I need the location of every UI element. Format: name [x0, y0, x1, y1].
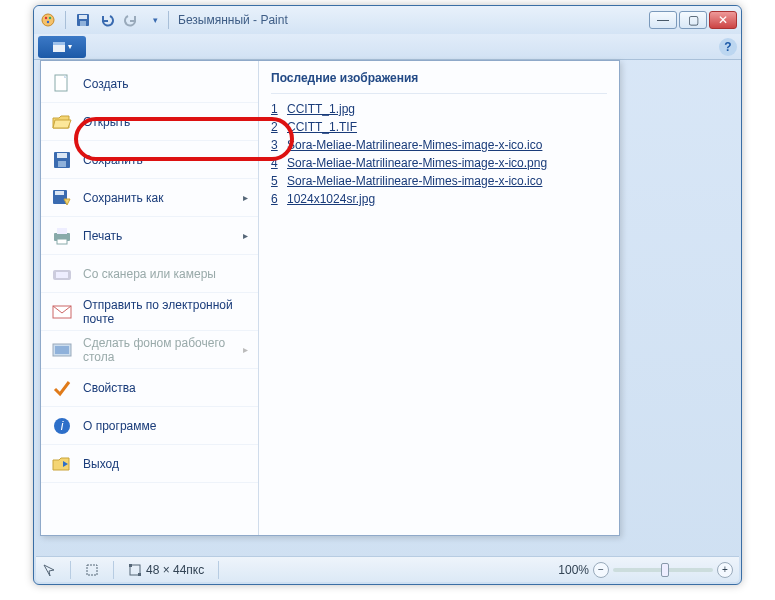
menu-new-label: Создать	[83, 77, 248, 91]
recent-item[interactable]: 61024x1024sr.jpg	[271, 190, 607, 208]
svg-rect-28	[138, 573, 141, 576]
zoom-level-text: 100%	[558, 563, 589, 577]
canvas-size-icon	[128, 563, 142, 577]
file-menu-column: Создать Открыть Сохранить Сохранить как …	[41, 61, 259, 535]
redo-icon[interactable]	[121, 10, 141, 30]
undo-icon[interactable]	[97, 10, 117, 30]
zoom-cell: 100% − +	[558, 562, 733, 578]
minimize-button[interactable]: —	[649, 11, 677, 29]
window-title: Безымянный - Paint	[178, 13, 288, 27]
svg-point-0	[42, 14, 54, 26]
recent-list: 1CCITT_1.jpg 2CCITT_1.TIF 3Sora-Meliae-M…	[271, 94, 607, 208]
qat-dropdown-icon[interactable]: ▾	[145, 10, 165, 30]
zoom-slider-thumb[interactable]	[661, 563, 669, 577]
ribbon: ▾ ?	[34, 34, 741, 60]
window-controls: — ▢ ✕	[649, 11, 737, 29]
menu-print[interactable]: Печать ▸	[41, 217, 258, 255]
recent-item[interactable]: 2CCITT_1.TIF	[271, 118, 607, 136]
svg-rect-22	[55, 346, 69, 354]
menu-from-scanner-label: Со сканера или камеры	[83, 267, 248, 281]
svg-point-2	[49, 17, 51, 19]
svg-text:i: i	[61, 419, 64, 433]
menu-from-scanner: Со сканера или камеры	[41, 255, 258, 293]
svg-rect-8	[53, 42, 65, 45]
menu-set-wallpaper: Сделать фоном рабочего стола ▸	[41, 331, 258, 369]
recent-item[interactable]: 5Sora-Meliae-Matrilineare-Mimes-image-x-…	[271, 172, 607, 190]
selection-icon	[85, 563, 99, 577]
svg-point-3	[47, 21, 49, 23]
menu-new[interactable]: Создать	[41, 65, 258, 103]
chevron-right-icon: ▸	[243, 344, 248, 355]
menu-save-label: Сохранить	[83, 153, 248, 167]
menu-open-label: Открыть	[83, 115, 248, 129]
menu-exit-label: Выход	[83, 457, 248, 471]
statusbar: 48 × 44пкс 100% − +	[36, 556, 739, 582]
svg-rect-5	[79, 15, 87, 19]
svg-rect-11	[57, 153, 67, 158]
cursor-icon	[42, 563, 56, 577]
zoom-slider[interactable]	[613, 568, 713, 572]
chevron-right-icon: ▸	[243, 230, 248, 241]
menu-send-email-label: Отправить по электронной почте	[83, 298, 248, 326]
svg-rect-17	[57, 239, 67, 244]
menu-about-label: О программе	[83, 419, 248, 433]
menu-save-as[interactable]: Сохранить как ▸	[41, 179, 258, 217]
close-button[interactable]: ✕	[709, 11, 737, 29]
svg-rect-16	[57, 228, 67, 234]
menu-save[interactable]: Сохранить	[41, 141, 258, 179]
help-icon[interactable]: ?	[719, 38, 737, 56]
app-icon[interactable]	[38, 10, 58, 30]
menu-properties-label: Свойства	[83, 381, 248, 395]
open-folder-icon	[51, 111, 73, 133]
zoom-out-button[interactable]: −	[593, 562, 609, 578]
svg-rect-14	[55, 191, 64, 195]
chevron-right-icon: ▸	[243, 192, 248, 203]
menu-send-email[interactable]: Отправить по электронной почте	[41, 293, 258, 331]
svg-rect-12	[58, 161, 66, 167]
exit-icon	[51, 453, 73, 475]
canvas-size-cell: 48 × 44пкс	[128, 563, 204, 577]
titlebar: ▾ Безымянный - Paint — ▢ ✕	[34, 6, 741, 34]
scanner-icon	[51, 263, 73, 285]
checkmark-icon	[51, 377, 73, 399]
email-icon	[51, 301, 73, 323]
svg-point-1	[45, 17, 47, 19]
info-icon: i	[51, 415, 73, 437]
file-tab[interactable]: ▾	[38, 36, 86, 58]
file-tab-icon	[52, 41, 66, 53]
menu-open[interactable]: Открыть	[41, 103, 258, 141]
menu-exit[interactable]: Выход	[41, 445, 258, 483]
svg-rect-25	[87, 565, 97, 575]
recent-item[interactable]: 1CCITT_1.jpg	[271, 100, 607, 118]
recent-files-panel: Последние изображения 1CCITT_1.jpg 2CCIT…	[259, 61, 619, 535]
cursor-position-cell	[42, 563, 56, 577]
svg-rect-6	[80, 21, 86, 26]
menu-print-label: Печать	[83, 229, 233, 243]
save-disk-icon	[51, 149, 73, 171]
canvas-size-text: 48 × 44пкс	[146, 563, 204, 577]
menu-properties[interactable]: Свойства	[41, 369, 258, 407]
menu-save-as-label: Сохранить как	[83, 191, 233, 205]
save-icon[interactable]	[73, 10, 93, 30]
menu-about[interactable]: i О программе	[41, 407, 258, 445]
quick-access-toolbar: ▾	[38, 10, 165, 30]
svg-rect-19	[56, 272, 68, 278]
printer-icon	[51, 225, 73, 247]
svg-rect-27	[129, 564, 132, 567]
recent-header: Последние изображения	[271, 67, 607, 94]
recent-item[interactable]: 4Sora-Meliae-Matrilineare-Mimes-image-x-…	[271, 154, 607, 172]
wallpaper-icon	[51, 339, 73, 361]
zoom-in-button[interactable]: +	[717, 562, 733, 578]
file-menu-dropdown: Создать Открыть Сохранить Сохранить как …	[40, 60, 620, 536]
maximize-button[interactable]: ▢	[679, 11, 707, 29]
paint-window: ▾ Безымянный - Paint — ▢ ✕ ▾ ? Создать О…	[33, 5, 742, 585]
new-file-icon	[51, 73, 73, 95]
recent-item[interactable]: 3Sora-Meliae-Matrilineare-Mimes-image-x-…	[271, 136, 607, 154]
save-as-icon	[51, 187, 73, 209]
chevron-down-icon: ▾	[68, 42, 72, 51]
selection-size-cell	[85, 563, 99, 577]
menu-set-wallpaper-label: Сделать фоном рабочего стола	[83, 336, 233, 364]
